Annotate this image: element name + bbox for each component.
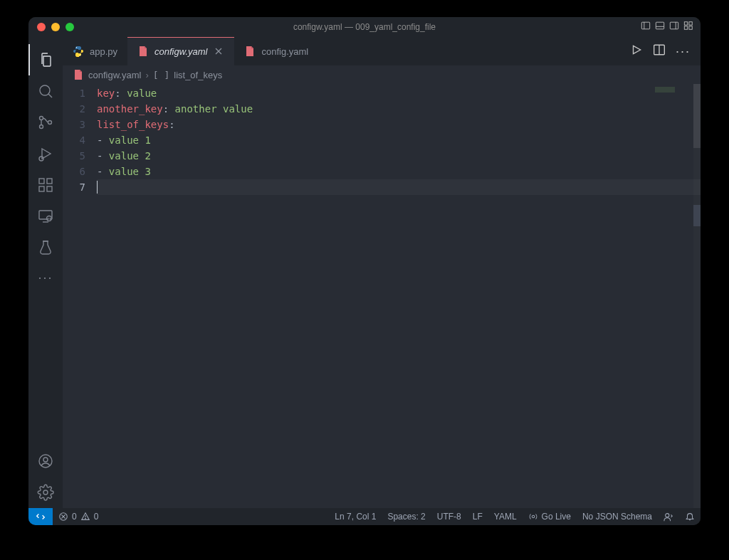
svg-rect-21 (39, 211, 52, 219)
svg-rect-6 (684, 22, 687, 25)
tab-config-yaml[interactable]: config.yaml (234, 37, 318, 65)
code-content[interactable]: key: value another_key: another value li… (97, 84, 701, 508)
yaml-file-icon (137, 46, 149, 57)
more-actions-icon[interactable]: ··· (676, 44, 691, 59)
broadcast-icon (528, 512, 538, 522)
indent-button[interactable]: Spaces: 2 (382, 512, 431, 522)
testing-icon[interactable] (28, 232, 63, 263)
line-number: 5 (63, 148, 85, 164)
remote-button[interactable] (28, 508, 53, 525)
svg-rect-18 (39, 186, 44, 191)
svg-marker-34 (633, 46, 640, 53)
json-schema-button[interactable]: No JSON Schema (577, 512, 658, 522)
svg-point-28 (43, 458, 48, 462)
run-debug-icon[interactable] (28, 138, 63, 169)
source-control-icon[interactable] (28, 107, 63, 138)
breadcrumb-file: configw.yaml (88, 70, 141, 80)
close-window-button[interactable] (37, 23, 46, 31)
overview-ruler-mark (693, 205, 701, 226)
line-number: 3 (63, 117, 85, 132)
svg-rect-2 (656, 22, 664, 29)
tab-bar: app.py configw.yaml config.yaml ··· (63, 37, 701, 65)
notifications-icon[interactable] (679, 512, 701, 522)
cursor-position[interactable]: Ln 7, Col 1 (329, 512, 382, 522)
zoom-window-button[interactable] (65, 23, 74, 31)
go-live-button[interactable]: Go Live (523, 512, 577, 522)
svg-point-43 (666, 514, 669, 517)
svg-point-42 (532, 515, 535, 518)
activity-bar: ··· (28, 37, 63, 508)
editor-actions: ··· (630, 37, 701, 65)
window-controls (28, 23, 74, 31)
toggle-panel-right-icon[interactable] (669, 21, 679, 33)
breadcrumb[interactable]: configw.yaml › [ ] list_of_keys (63, 65, 701, 84)
encoding-button[interactable]: UTF-8 (431, 512, 467, 522)
chevron-right-icon: › (145, 70, 148, 80)
array-symbol-icon: [ ] (153, 70, 169, 80)
customize-layout-icon[interactable] (683, 21, 693, 33)
accounts-icon[interactable] (28, 445, 63, 477)
close-tab-icon[interactable] (213, 46, 224, 57)
feedback-icon[interactable] (658, 512, 679, 522)
line-number: 2 (63, 101, 85, 117)
svg-rect-7 (689, 22, 692, 25)
editor-group: app.py configw.yaml config.yaml ··· (63, 37, 701, 508)
svg-point-10 (40, 85, 50, 95)
remote-explorer-icon[interactable] (28, 201, 63, 232)
tab-label: app.py (90, 46, 117, 57)
run-icon[interactable] (630, 43, 643, 59)
language-mode-button[interactable]: YAML (488, 512, 523, 522)
layout-controls (641, 21, 701, 33)
yaml-file-icon (244, 46, 256, 57)
minimap-content (655, 87, 675, 93)
text-editor[interactable]: 1 2 3 4 5 6 7 key: value another_key: an… (63, 84, 701, 508)
svg-rect-8 (684, 26, 687, 29)
split-editor-icon[interactable] (653, 43, 666, 59)
text-cursor (97, 181, 98, 194)
breadcrumb-symbol: list_of_keys (174, 70, 222, 80)
svg-point-30 (76, 47, 77, 48)
tab-label: configw.yaml (154, 46, 207, 57)
toggle-panel-bottom-icon[interactable] (655, 21, 665, 33)
status-bar: 0 0 Ln 7, Col 1 Spaces: 2 UTF-8 LF YAML … (28, 508, 701, 525)
tab-label: config.yaml (261, 46, 308, 57)
svg-rect-19 (47, 186, 52, 191)
more-views-icon[interactable]: ··· (38, 263, 53, 292)
scrollbar-thumb[interactable] (693, 84, 701, 148)
error-icon (58, 512, 68, 522)
svg-rect-20 (47, 179, 52, 184)
tab-configw-yaml[interactable]: configw.yaml (127, 37, 234, 65)
eol-button[interactable]: LF (467, 512, 488, 522)
minimize-window-button[interactable] (51, 23, 60, 31)
svg-line-11 (48, 94, 52, 97)
svg-point-41 (85, 518, 85, 519)
vscode-window: configw.yaml — 009_yaml_config_file ··· (28, 17, 701, 525)
extensions-icon[interactable] (28, 169, 63, 201)
minimap[interactable] (651, 84, 701, 508)
svg-point-13 (40, 125, 43, 129)
settings-gear-icon[interactable] (28, 477, 63, 508)
python-icon (73, 46, 84, 57)
warning-icon (80, 512, 90, 522)
line-number-gutter: 1 2 3 4 5 6 7 (63, 84, 97, 508)
line-number: 1 (63, 85, 85, 101)
svg-rect-9 (689, 26, 692, 29)
window-title: configw.yaml — 009_yaml_config_file (28, 22, 701, 32)
title-bar: configw.yaml — 009_yaml_config_file (28, 17, 701, 37)
svg-rect-4 (670, 22, 678, 29)
toggle-panel-left-icon[interactable] (641, 21, 651, 33)
tab-app-py[interactable]: app.py (63, 37, 127, 65)
svg-point-12 (40, 117, 43, 120)
line-number: 6 (63, 164, 85, 179)
svg-point-29 (43, 490, 48, 495)
svg-rect-17 (39, 179, 44, 184)
svg-point-31 (80, 55, 80, 56)
line-number: 4 (63, 132, 85, 148)
svg-rect-0 (641, 22, 649, 29)
problems-button[interactable]: 0 0 (53, 512, 104, 522)
explorer-icon[interactable] (28, 44, 63, 75)
search-icon[interactable] (28, 75, 63, 107)
yaml-file-icon (73, 69, 84, 80)
line-number: 7 (63, 179, 85, 195)
svg-point-14 (48, 121, 52, 125)
